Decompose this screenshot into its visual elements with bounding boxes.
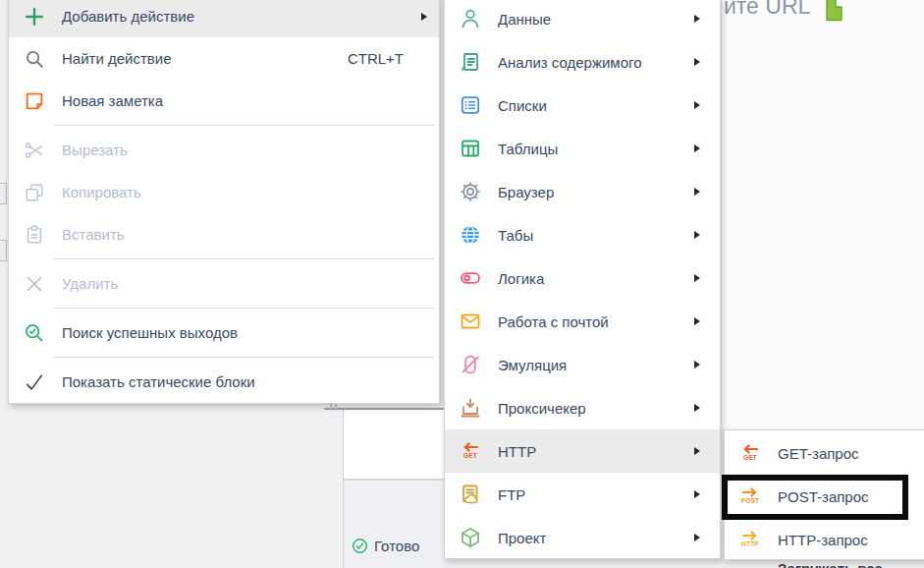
annotation-highlight-box bbox=[722, 475, 908, 520]
background-panel bbox=[343, 410, 447, 480]
status-text: Готово bbox=[374, 538, 419, 554]
context-menu: Добавить действиеНайти действиеCTRL+TНов… bbox=[8, 0, 440, 404]
menu-item-add-action[interactable]: Добавить действие bbox=[9, 0, 439, 37]
menu-item-lists[interactable]: Списки bbox=[445, 84, 720, 127]
menu-item-label: Найти действие bbox=[62, 50, 348, 67]
cube-icon bbox=[458, 525, 483, 550]
scissors-icon bbox=[22, 138, 47, 163]
menu-item-label: Поиск успешных выходов bbox=[62, 324, 427, 341]
menu-item-label: Вставить bbox=[62, 226, 427, 243]
menu-item-label: Вырезать bbox=[62, 142, 427, 158]
menu-item-logic[interactable]: Логика bbox=[445, 256, 720, 300]
toggle-icon bbox=[458, 265, 483, 291]
add-action-submenu: ДанныеАнализ содержимогоСпискиТаблицыБра… bbox=[444, 0, 721, 559]
menu-item-project[interactable]: Проект bbox=[445, 516, 720, 559]
menu-item-show-static-blocks[interactable]: Показать статические блоки bbox=[9, 361, 439, 403]
menu-item-label: Списки bbox=[498, 97, 688, 114]
plus-icon bbox=[22, 4, 47, 29]
status-bar: Готово bbox=[343, 480, 447, 568]
app-canvas: ите URL Готово Загружать все Добавить де… bbox=[0, 0, 924, 568]
menu-item-label: HTTP-запрос bbox=[778, 532, 909, 548]
http-arrow-icon: HTTP bbox=[737, 527, 763, 552]
menu-item-emulation[interactable]: Эмуляция bbox=[445, 343, 720, 386]
check-icon bbox=[22, 369, 47, 395]
submenu-arrow-icon bbox=[694, 447, 700, 455]
search-icon bbox=[22, 46, 47, 72]
submenu-arrow-icon bbox=[694, 231, 700, 239]
menu-item-paste[interactable]: Вставить bbox=[9, 213, 439, 256]
menu-separator bbox=[54, 258, 434, 259]
submenu-arrow-icon bbox=[694, 144, 700, 152]
menu-item-cut[interactable]: Вырезать bbox=[9, 129, 439, 171]
menu-separator bbox=[54, 357, 434, 358]
menu-item-tabs[interactable]: Табы bbox=[445, 213, 720, 256]
menu-item-content-analysis[interactable]: Анализ содержимого bbox=[445, 40, 720, 84]
menu-item-copy[interactable]: Копировать bbox=[9, 171, 439, 213]
menu-item-label: FTP bbox=[498, 486, 688, 503]
submenu-arrow-icon bbox=[694, 188, 700, 196]
background-url-area: ите URL bbox=[722, 0, 924, 429]
menu-item-label: Работа с почтой bbox=[498, 313, 688, 330]
globe-icon bbox=[458, 222, 483, 248]
menu-item-data[interactable]: Данные bbox=[445, 0, 720, 40]
submenu-arrow-icon bbox=[694, 490, 700, 498]
menu-item-proxychecker[interactable]: Проксичекер bbox=[445, 386, 720, 429]
menu-item-ftp[interactable]: FTP bbox=[445, 473, 720, 516]
submenu-arrow-icon bbox=[694, 404, 700, 412]
background-panel-edge bbox=[0, 240, 7, 261]
submenu-arrow-icon bbox=[694, 15, 700, 23]
paste-icon bbox=[22, 222, 47, 248]
menu-item-label: Эмуляция bbox=[498, 357, 688, 373]
submenu-arrow-icon bbox=[694, 101, 700, 109]
menu-item-label: Табы bbox=[498, 227, 688, 244]
check-circle-icon bbox=[351, 537, 369, 555]
tray-icon bbox=[458, 395, 483, 421]
list-icon bbox=[458, 92, 483, 118]
menu-separator bbox=[54, 308, 434, 309]
person-icon bbox=[458, 6, 483, 31]
gear-icon bbox=[458, 179, 483, 204]
menu-item-label: Проект bbox=[498, 530, 688, 546]
menu-item-http-request[interactable]: HTTPHTTP-запрос bbox=[725, 518, 924, 561]
submenu-arrow-icon bbox=[694, 317, 700, 325]
menu-item-browser[interactable]: Браузер bbox=[445, 170, 720, 213]
menu-item-find-success-exits[interactable]: Поиск успешных выходов bbox=[9, 312, 439, 354]
submenu-arrow-icon bbox=[421, 13, 427, 21]
submenu-arrow-icon bbox=[694, 58, 700, 66]
menu-item-label: Таблицы bbox=[498, 141, 688, 157]
get-arrow-icon: GET bbox=[737, 440, 763, 466]
menu-item-label: Показать статические блоки bbox=[62, 373, 427, 390]
note-icon bbox=[22, 88, 47, 114]
verb-label: HTTP bbox=[741, 541, 759, 548]
submenu-arrow-icon bbox=[694, 361, 700, 369]
copy-icon bbox=[22, 180, 47, 205]
doc-list-icon bbox=[458, 49, 483, 75]
menu-item-new-note[interactable]: Новая заметка bbox=[9, 80, 439, 122]
menu-item-label: Проксичекер bbox=[498, 400, 688, 417]
menu-item-label: Новая заметка bbox=[62, 92, 427, 109]
menu-item-label: Логика bbox=[498, 270, 688, 287]
shortcut-label: CTRL+T bbox=[348, 50, 404, 67]
menu-item-label: Копировать bbox=[62, 184, 427, 200]
get-arrow-icon: GET bbox=[458, 438, 483, 464]
verb-label: GET bbox=[743, 455, 757, 462]
menu-item-label: HTTP bbox=[498, 443, 688, 460]
search-check-icon bbox=[22, 320, 47, 346]
menu-item-label: Анализ содержимого bbox=[498, 54, 688, 71]
mail-icon bbox=[458, 309, 483, 334]
verb-label: GET bbox=[463, 453, 477, 460]
close-icon bbox=[22, 271, 47, 297]
menu-item-get-request[interactable]: GETGET-запрос bbox=[725, 431, 924, 475]
puzzle-icon bbox=[820, 0, 843, 28]
partial-url-text: ите URL bbox=[724, 0, 810, 20]
menu-item-find-action[interactable]: Найти действиеCTRL+T bbox=[9, 37, 439, 80]
menu-item-http[interactable]: GETHTTP bbox=[445, 429, 720, 473]
ftp-icon bbox=[458, 482, 483, 507]
menu-item-delete[interactable]: Удалить bbox=[9, 262, 439, 305]
menu-item-tables[interactable]: Таблицы bbox=[445, 127, 720, 170]
menu-separator bbox=[54, 125, 434, 126]
menu-item-mail[interactable]: Работа с почтой bbox=[445, 300, 720, 343]
background-panel-edge bbox=[0, 183, 7, 204]
mouse-icon bbox=[458, 352, 483, 377]
menu-item-label: Браузер bbox=[498, 184, 688, 200]
